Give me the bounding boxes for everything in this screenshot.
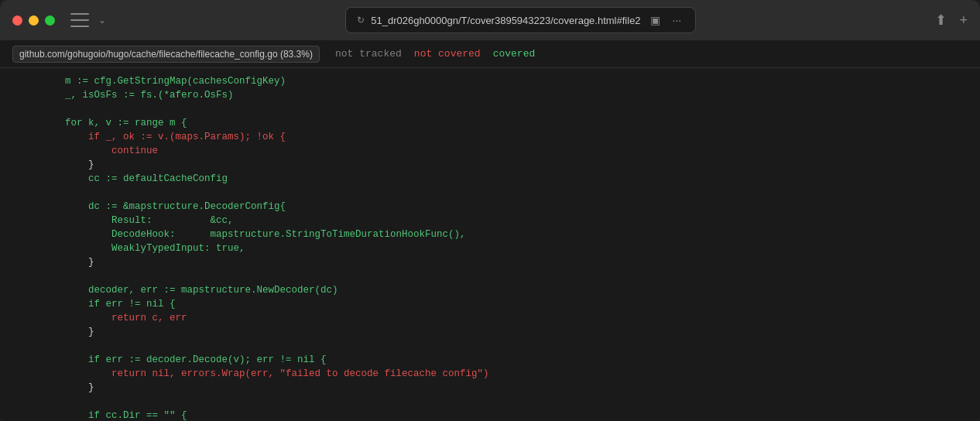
browser-window: ⌄ ↻ 51_dr026gh0000gn/T/cover3895943223/c… <box>0 0 980 421</box>
code-text: if err != nil { <box>19 297 176 311</box>
bookmark-button[interactable]: ▣ <box>647 12 663 28</box>
code-line: } <box>19 325 961 339</box>
code-line: } <box>19 158 961 172</box>
address-bar[interactable]: ↻ 51_dr026gh0000gn/T/cover3895943223/cov… <box>345 7 696 33</box>
code-text: } <box>19 255 94 269</box>
code-line: continue <box>19 144 961 158</box>
code-line: return c, err <box>19 311 961 325</box>
file-selector-wrapper: github.com/gohugoio/hugo/cache/filecache… <box>12 46 320 63</box>
code-line: ​ <box>19 395 961 409</box>
code-line: WeaklyTypedInput: true, <box>19 241 961 255</box>
code-line: _, isOsFs := fs.(*afero.OsFs) <box>19 88 961 102</box>
code-text: continue <box>19 144 158 158</box>
code-line: Result: &cc, <box>19 214 961 228</box>
toolbar: github.com/gohugoio/hugo/cache/filecache… <box>0 40 980 68</box>
reload-icon: ↻ <box>357 15 365 26</box>
not-covered-label: not covered <box>414 48 481 60</box>
code-text: } <box>19 381 94 395</box>
legend: not tracked not covered covered <box>335 48 535 60</box>
code-text: cc := defaultCacheConfig <box>19 172 228 186</box>
new-tab-button[interactable]: + <box>959 12 968 29</box>
code-line: ​ <box>19 186 961 200</box>
code-text: for k, v := range m { <box>19 116 187 130</box>
code-line: if err != nil { <box>19 297 961 311</box>
code-line: dc := &mapstructure.DecoderConfig{ <box>19 200 961 214</box>
code-text: WeaklyTypedInput: true, <box>19 241 245 255</box>
minimize-button[interactable] <box>29 15 39 26</box>
code-line: ​ <box>19 102 961 116</box>
code-text: } <box>19 325 94 339</box>
code-line: } <box>19 255 961 269</box>
code-line: cc := defaultCacheConfig <box>19 172 961 186</box>
code-line: DecodeHook: mapstructure.StringToTimeDur… <box>19 228 961 241</box>
code-text: dc := &mapstructure.DecoderConfig{ <box>19 200 286 214</box>
code-line: if _, ok := v.(maps.Params); !ok { <box>19 130 961 144</box>
url-text: 51_dr026gh0000gn/T/cover3895943223/cover… <box>371 15 640 26</box>
code-line: decoder, err := mapstructure.NewDecoder(… <box>19 283 961 297</box>
title-bar: ⌄ ↻ 51_dr026gh0000gn/T/cover3895943223/c… <box>0 0 980 40</box>
more-button[interactable]: ··· <box>670 12 685 28</box>
code-text: return c, err <box>19 311 187 325</box>
traffic-lights <box>12 15 55 26</box>
code-text: DecodeHook: mapstructure.StringToTimeDur… <box>19 228 466 241</box>
code-line: for k, v := range m { <box>19 116 961 130</box>
code-text: m := cfg.GetStringMap(cachesConfigKey) <box>19 74 286 88</box>
code-line: if err := decoder.Decode(v); err != nil … <box>19 353 961 367</box>
code-text: return nil, errors.Wrap(err, "failed to … <box>19 367 489 381</box>
address-bar-container: ↻ 51_dr026gh0000gn/T/cover3895943223/cov… <box>115 7 926 33</box>
address-actions: ▣ ··· <box>647 12 685 28</box>
code-line: ​ <box>19 269 961 283</box>
code-text: decoder, err := mapstructure.NewDecoder(… <box>19 283 338 297</box>
code-text: _, isOsFs := fs.(*afero.OsFs) <box>19 88 234 102</box>
title-bar-actions: ⬆ + <box>935 12 968 29</box>
code-content: m := cfg.GetStringMap(cachesConfigKey) _… <box>0 74 980 421</box>
close-button[interactable] <box>12 15 22 26</box>
code-text: } <box>19 158 94 172</box>
code-line: if cc.Dir == "" { <box>19 409 961 421</box>
code-line: } <box>19 381 961 395</box>
file-selector[interactable]: github.com/gohugoio/hugo/cache/filecache… <box>12 46 320 63</box>
code-text: if err := decoder.Decode(v); err != nil … <box>19 353 327 367</box>
share-button[interactable]: ⬆ <box>935 12 947 29</box>
code-line: m := cfg.GetStringMap(cachesConfigKey) <box>19 74 961 88</box>
code-line: ​ <box>19 339 961 353</box>
code-text: Result: &cc, <box>19 214 234 228</box>
chevron-down-icon[interactable]: ⌄ <box>98 15 106 26</box>
sidebar-toggle-button[interactable] <box>70 13 89 27</box>
code-text: if cc.Dir == "" { <box>19 409 187 421</box>
code-line: return nil, errors.Wrap(err, "failed to … <box>19 367 961 381</box>
code-area[interactable]: m := cfg.GetStringMap(cachesConfigKey) _… <box>0 68 980 421</box>
not-tracked-label: not tracked <box>335 48 402 60</box>
code-text: if _, ok := v.(maps.Params); !ok { <box>19 130 286 144</box>
maximize-button[interactable] <box>45 15 55 26</box>
covered-label: covered <box>493 48 536 60</box>
